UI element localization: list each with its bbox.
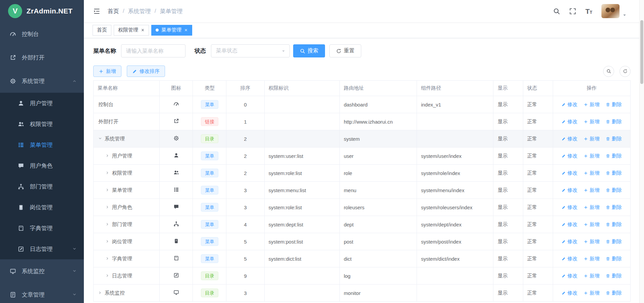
chevron-right-icon[interactable] xyxy=(106,274,109,277)
search-button[interactable]: 搜索 xyxy=(293,44,325,57)
add-action[interactable]: 新增 xyxy=(584,119,600,125)
chevron-right-icon[interactable] xyxy=(106,222,109,226)
edit-action[interactable]: 修改 xyxy=(561,204,578,211)
add-action[interactable]: 新增 xyxy=(584,170,600,176)
sidebar-item[interactable]: 控制台 xyxy=(0,22,84,46)
breadcrumb-item[interactable]: 系统管理 xyxy=(128,7,151,15)
edit-action[interactable]: 修改 xyxy=(561,290,578,296)
chevron-right-icon[interactable] xyxy=(106,205,109,209)
tab-item[interactable]: 权限管理 xyxy=(114,25,149,36)
menu-type-cell: 目录 xyxy=(193,130,226,147)
show-search-button[interactable] xyxy=(603,66,614,77)
add-action[interactable]: 新增 xyxy=(584,136,600,142)
sidebar-item[interactable]: 部门管理 xyxy=(0,176,84,197)
reset-button[interactable]: 重置 xyxy=(329,44,361,57)
column-header: 排序 xyxy=(226,81,264,96)
sidebar-item[interactable]: 权限管理 xyxy=(0,114,84,134)
chevron-right-icon[interactable] xyxy=(106,154,109,158)
delete-action[interactable]: 删除 xyxy=(606,239,622,245)
sidebar-item[interactable]: 字典管理 xyxy=(0,218,84,239)
chevron-right-icon[interactable] xyxy=(106,240,109,243)
sidebar-item[interactable]: 用户角色 xyxy=(0,155,84,176)
sidebar-item[interactable]: 用户管理 xyxy=(0,93,84,114)
close-icon[interactable] xyxy=(141,28,145,32)
delete-action[interactable]: 删除 xyxy=(606,170,622,176)
delete-action[interactable]: 删除 xyxy=(606,119,622,125)
add-action[interactable]: 新增 xyxy=(584,187,600,193)
edit-action[interactable]: 修改 xyxy=(561,256,578,262)
menu-icon-cell xyxy=(160,250,193,267)
tab-item[interactable]: 首页 xyxy=(93,25,111,36)
breadcrumb-item[interactable]: 首页 xyxy=(108,7,119,15)
delete-action[interactable]: 删除 xyxy=(606,204,622,211)
delete-action[interactable]: 删除 xyxy=(606,256,622,262)
chevron-right-icon[interactable] xyxy=(106,171,109,175)
search-icon[interactable] xyxy=(553,8,560,15)
book-icon xyxy=(17,225,25,231)
perm-cell: system:role:list xyxy=(264,199,339,216)
perm-cell: system:user:list xyxy=(264,147,339,165)
add-action[interactable]: 新增 xyxy=(584,204,600,211)
avatar[interactable] xyxy=(601,4,620,18)
status-select[interactable]: 菜单状态 xyxy=(211,44,290,57)
add-action[interactable]: 新增 xyxy=(584,256,600,262)
sidebar-item[interactable]: 系统监控 xyxy=(0,259,84,283)
action-label: 新增 xyxy=(590,204,600,211)
delete-action[interactable]: 删除 xyxy=(606,187,622,193)
edit-action[interactable]: 修改 xyxy=(561,239,578,245)
app-logo[interactable]: V ZrAdmin.NET xyxy=(0,0,84,22)
user-menu[interactable] xyxy=(601,4,627,18)
column-header: 组件路径 xyxy=(417,81,493,96)
delete-action[interactable]: 删除 xyxy=(606,290,622,296)
hamburger-icon[interactable] xyxy=(93,8,100,15)
plus-icon xyxy=(584,188,588,192)
refresh-table-button[interactable] xyxy=(620,66,631,77)
menu-name-input[interactable] xyxy=(121,44,185,57)
delete-action[interactable]: 删除 xyxy=(606,221,622,228)
chevron-right-icon[interactable] xyxy=(98,291,102,295)
add-action[interactable]: 新增 xyxy=(584,101,600,108)
add-action[interactable]: 新增 xyxy=(584,273,600,279)
edit-action[interactable]: 修改 xyxy=(561,221,578,228)
chevron-right-icon[interactable] xyxy=(106,188,109,192)
fullscreen-icon[interactable] xyxy=(569,8,576,15)
edit-action[interactable]: 修改 xyxy=(561,136,578,142)
tab-active[interactable]: 菜单管理 xyxy=(151,25,192,36)
type-tag: 菜单 xyxy=(201,220,218,229)
sidebar-item[interactable]: 文章管理 xyxy=(0,283,84,303)
edit-action[interactable]: 修改 xyxy=(561,273,578,279)
badge-icon xyxy=(173,238,179,244)
delete-action[interactable]: 删除 xyxy=(606,136,622,142)
chevron-right-icon[interactable] xyxy=(106,257,109,260)
add-action[interactable]: 新增 xyxy=(584,153,600,159)
caret-down-icon[interactable] xyxy=(623,13,627,18)
perm-cell: system:menu:list xyxy=(264,182,339,199)
type-tag: 菜单 xyxy=(201,186,218,195)
scrollbar[interactable] xyxy=(639,0,644,303)
edit-action[interactable]: 修改 xyxy=(561,170,578,176)
sidebar-item[interactable]: 系统管理 xyxy=(0,69,84,93)
edit-action[interactable]: 修改 xyxy=(561,153,578,159)
add-action[interactable]: 新增 xyxy=(584,290,600,296)
add-action[interactable]: 新增 xyxy=(584,221,600,228)
column-header: 权限标识 xyxy=(264,81,339,96)
sidebar-item[interactable]: 岗位管理 xyxy=(0,197,84,218)
font-size-icon[interactable]: TT xyxy=(585,8,592,15)
close-icon[interactable] xyxy=(184,28,188,32)
edit-action[interactable]: 修改 xyxy=(561,119,578,125)
scrollbar-thumb[interactable] xyxy=(640,20,643,84)
sidebar-item[interactable]: 菜单管理 xyxy=(0,134,84,155)
delete-action[interactable]: 删除 xyxy=(606,101,622,108)
sidebar-item[interactable]: 日志管理 xyxy=(0,239,84,259)
add-action[interactable]: 新增 xyxy=(584,239,600,245)
chevron-down-icon[interactable] xyxy=(98,137,102,140)
visible-cell: 显示 xyxy=(493,113,523,130)
edit-action[interactable]: 修改 xyxy=(561,187,578,193)
edit-sort-button[interactable]: 修改排序 xyxy=(127,66,165,77)
add-button[interactable]: 新增 xyxy=(93,66,121,77)
delete-action[interactable]: 删除 xyxy=(606,153,622,159)
edit-action[interactable]: 修改 xyxy=(561,101,578,108)
table-row: 用户角色菜单3system:role:listroleuserssystem/r… xyxy=(94,199,631,216)
delete-action[interactable]: 删除 xyxy=(606,273,622,279)
sidebar-item[interactable]: 外部打开 xyxy=(0,46,84,69)
